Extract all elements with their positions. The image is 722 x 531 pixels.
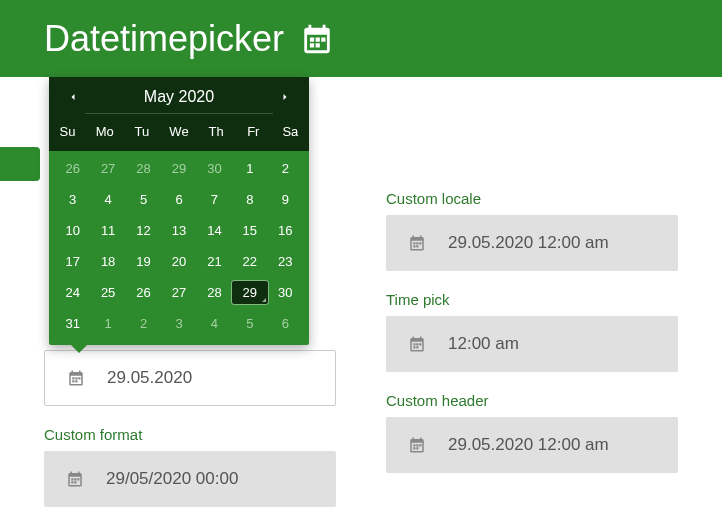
calendar-popup: May 2020 SuMoTuWeThFrSa 2627282930123456… [49,77,309,345]
calendar-day[interactable]: 14 [197,219,232,242]
calendar-dow: Fr [235,120,272,147]
calendar-dow: We [160,120,197,147]
time-pick-input[interactable]: 12:00 am [386,316,678,372]
calendar-day[interactable]: 2 [126,312,161,335]
calendar-day[interactable]: 21 [197,250,232,273]
time-pick-label: Time pick [386,291,678,308]
calendar-day[interactable]: 3 [161,312,196,335]
calendar-day[interactable]: 16 [268,219,303,242]
calendar-day[interactable]: 5 [126,188,161,211]
next-month-button[interactable] [275,87,295,107]
calendar-icon [408,335,426,353]
calendar-day[interactable]: 27 [90,157,125,180]
custom-format-input[interactable]: 29/05/2020 00:00 [44,451,336,507]
calendar-day[interactable]: 15 [232,219,267,242]
calendar-days-grid: 2627282930123456789101112131415161718192… [55,157,303,335]
calendar-day[interactable]: 28 [126,157,161,180]
calendar-icon [408,234,426,252]
date-input[interactable]: 29.05.2020 [44,350,336,406]
calendar-month-label[interactable]: May 2020 [144,88,214,106]
calendar-day[interactable]: 9 [268,188,303,211]
calendar-day[interactable]: 5 [232,312,267,335]
calendar-day[interactable]: 26 [126,281,161,304]
calendar-day[interactable]: 18 [90,250,125,273]
calendar-day[interactable]: 11 [90,219,125,242]
calendar-day[interactable]: 1 [90,312,125,335]
calendar-day[interactable]: 29 [161,157,196,180]
calendar-day[interactable]: 10 [55,219,90,242]
calendar-day[interactable]: 26 [55,157,90,180]
custom-format-value: 29/05/2020 00:00 [106,469,238,489]
calendar-day[interactable]: 30 [197,157,232,180]
calendar-day[interactable]: 7 [197,188,232,211]
calendar-day[interactable]: 20 [161,250,196,273]
calendar-day[interactable]: 31 [55,312,90,335]
calendar-dow: Sa [272,120,309,147]
time-pick-value: 12:00 am [448,334,519,354]
right-column: Custom locale 29.05.2020 12:00 am Time p… [386,190,678,527]
calendar-day[interactable]: 1 [232,157,267,180]
page-title: Datetimepicker [44,18,284,60]
calendar-day[interactable]: 6 [161,188,196,211]
date-input-value: 29.05.2020 [107,368,192,388]
custom-locale-input[interactable]: 29.05.2020 12:00 am [386,215,678,271]
page-header: Datetimepicker [0,0,722,77]
custom-locale-value: 29.05.2020 12:00 am [448,233,609,253]
calendar-icon [66,470,84,488]
sidebar-tab[interactable] [0,147,40,181]
calendar-day[interactable]: 4 [197,312,232,335]
calendar-header: May 2020 SuMoTuWeThFrSa [49,77,309,151]
calendar-day[interactable]: 4 [90,188,125,211]
calendar-dow: Mo [86,120,123,147]
calendar-day[interactable]: 13 [161,219,196,242]
custom-header-label: Custom header [386,392,678,409]
calendar-day[interactable]: 25 [90,281,125,304]
calendar-day[interactable]: 27 [161,281,196,304]
prev-month-button[interactable] [63,87,83,107]
calendar-day[interactable]: 24 [55,281,90,304]
calendar-icon [408,436,426,454]
calendar-day[interactable]: 12 [126,219,161,242]
calendar-day[interactable]: 17 [55,250,90,273]
calendar-day[interactable]: 2 [268,157,303,180]
calendar-dow-row: SuMoTuWeThFrSa [49,120,309,147]
calendar-dow: Su [49,120,86,147]
calendar-day[interactable]: 28 [197,281,232,304]
calendar-day[interactable]: 23 [268,250,303,273]
calendar-day[interactable]: 22 [232,250,267,273]
calendar-day[interactable]: 29 [232,281,267,304]
calendar-day[interactable]: 19 [126,250,161,273]
calendar-day[interactable]: 3 [55,188,90,211]
calendar-dow: Tu [123,120,160,147]
calendar-dow: Th [198,120,235,147]
custom-locale-label: Custom locale [386,190,678,207]
custom-format-label: Custom format [44,426,336,443]
custom-header-input[interactable]: 29.05.2020 12:00 am [386,417,678,473]
calendar-icon [300,22,334,56]
calendar-icon [67,369,85,387]
custom-header-value: 29.05.2020 12:00 am [448,435,609,455]
calendar-day[interactable]: 8 [232,188,267,211]
calendar-day[interactable]: 6 [268,312,303,335]
calendar-day[interactable]: 30 [268,281,303,304]
